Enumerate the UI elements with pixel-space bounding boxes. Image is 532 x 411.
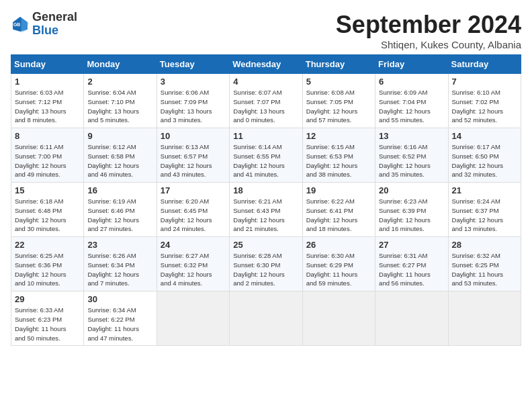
day-number: 13 xyxy=(379,131,444,141)
calendar-cell xyxy=(375,291,448,346)
weekday-header-friday: Friday xyxy=(375,55,448,74)
day-number: 21 xyxy=(452,185,517,195)
calendar-week-row: 29Sunrise: 6:33 AM Sunset: 6:23 PM Dayli… xyxy=(11,291,521,346)
logo-general-text: General xyxy=(32,10,77,24)
calendar-cell: 4Sunrise: 6:07 AM Sunset: 7:07 PM Daylig… xyxy=(230,74,302,128)
title-section: September 2024 Shtiqen, Kukes County, Al… xyxy=(336,11,521,50)
calendar-table: SundayMondayTuesdayWednesdayThursdayFrid… xyxy=(11,54,521,346)
day-number: 17 xyxy=(161,185,226,195)
calendar-cell: 6Sunrise: 6:09 AM Sunset: 7:04 PM Daylig… xyxy=(375,74,448,128)
day-info: Sunrise: 6:34 AM Sunset: 6:22 PM Dayligh… xyxy=(87,306,152,342)
calendar-cell xyxy=(230,291,302,346)
calendar-cell: 20Sunrise: 6:23 AM Sunset: 6:39 PM Dayli… xyxy=(375,183,448,237)
calendar-cell: 5Sunrise: 6:08 AM Sunset: 7:05 PM Daylig… xyxy=(302,74,375,128)
day-info: Sunrise: 6:06 AM Sunset: 7:09 PM Dayligh… xyxy=(161,88,226,125)
day-number: 15 xyxy=(15,185,80,195)
day-info: Sunrise: 6:31 AM Sunset: 6:27 PM Dayligh… xyxy=(379,251,444,288)
day-info: Sunrise: 6:24 AM Sunset: 6:37 PM Dayligh… xyxy=(452,197,517,234)
day-number: 18 xyxy=(233,185,298,195)
calendar-cell xyxy=(302,291,375,346)
calendar-cell: 22Sunrise: 6:25 AM Sunset: 6:36 PM Dayli… xyxy=(11,237,84,291)
calendar-cell: 18Sunrise: 6:21 AM Sunset: 6:43 PM Dayli… xyxy=(230,183,302,237)
day-info: Sunrise: 6:25 AM Sunset: 6:36 PM Dayligh… xyxy=(15,251,80,288)
day-info: Sunrise: 6:07 AM Sunset: 7:07 PM Dayligh… xyxy=(233,88,298,125)
calendar-week-row: 8Sunrise: 6:11 AM Sunset: 7:00 PM Daylig… xyxy=(11,128,521,183)
calendar-week-row: 15Sunrise: 6:18 AM Sunset: 6:48 PM Dayli… xyxy=(11,183,521,237)
logo-blue-text: Blue xyxy=(32,24,58,37)
day-number: 10 xyxy=(161,131,226,141)
day-info: Sunrise: 6:22 AM Sunset: 6:41 PM Dayligh… xyxy=(306,197,371,234)
day-info: Sunrise: 6:03 AM Sunset: 7:12 PM Dayligh… xyxy=(15,88,80,125)
day-info: Sunrise: 6:17 AM Sunset: 6:50 PM Dayligh… xyxy=(452,142,517,179)
svg-text:GB: GB xyxy=(13,22,21,27)
weekday-header-monday: Monday xyxy=(84,55,157,74)
calendar-cell: 24Sunrise: 6:27 AM Sunset: 6:32 PM Dayli… xyxy=(157,237,229,291)
day-number: 7 xyxy=(452,77,517,87)
calendar-cell: 25Sunrise: 6:28 AM Sunset: 6:30 PM Dayli… xyxy=(230,237,302,291)
calendar-cell xyxy=(157,291,229,346)
calendar-cell: 11Sunrise: 6:14 AM Sunset: 6:55 PM Dayli… xyxy=(230,128,302,183)
day-number: 14 xyxy=(452,131,517,141)
calendar-week-row: 22Sunrise: 6:25 AM Sunset: 6:36 PM Dayli… xyxy=(11,237,521,291)
day-number: 11 xyxy=(233,131,298,141)
weekday-header-thursday: Thursday xyxy=(302,55,375,74)
day-info: Sunrise: 6:04 AM Sunset: 7:10 PM Dayligh… xyxy=(87,88,152,125)
day-number: 26 xyxy=(306,240,371,250)
calendar-cell: 14Sunrise: 6:17 AM Sunset: 6:50 PM Dayli… xyxy=(448,128,521,183)
page-header: GB General Blue September 2024 Shtiqen, … xyxy=(11,11,521,50)
svg-marker-1 xyxy=(21,17,29,32)
calendar-cell: 1Sunrise: 6:03 AM Sunset: 7:12 PM Daylig… xyxy=(11,74,84,128)
calendar-cell: 2Sunrise: 6:04 AM Sunset: 7:10 PM Daylig… xyxy=(84,74,157,128)
day-number: 29 xyxy=(15,294,80,304)
day-number: 6 xyxy=(379,77,444,87)
day-info: Sunrise: 6:32 AM Sunset: 6:25 PM Dayligh… xyxy=(452,251,517,288)
weekday-header-wednesday: Wednesday xyxy=(230,55,302,74)
calendar-cell: 7Sunrise: 6:10 AM Sunset: 7:02 PM Daylig… xyxy=(448,74,521,128)
day-number: 1 xyxy=(15,77,80,87)
calendar-cell: 16Sunrise: 6:19 AM Sunset: 6:46 PM Dayli… xyxy=(84,183,157,237)
day-info: Sunrise: 6:23 AM Sunset: 6:39 PM Dayligh… xyxy=(379,197,444,234)
calendar-cell: 8Sunrise: 6:11 AM Sunset: 7:00 PM Daylig… xyxy=(11,128,84,183)
logo-icon: GB xyxy=(11,15,30,34)
calendar-week-row: 1Sunrise: 6:03 AM Sunset: 7:12 PM Daylig… xyxy=(11,74,521,128)
calendar-cell: 27Sunrise: 6:31 AM Sunset: 6:27 PM Dayli… xyxy=(375,237,448,291)
calendar-cell: 17Sunrise: 6:20 AM Sunset: 6:45 PM Dayli… xyxy=(157,183,229,237)
day-number: 24 xyxy=(161,240,226,250)
day-number: 23 xyxy=(87,240,152,250)
location-subtitle: Shtiqen, Kukes County, Albania xyxy=(336,39,521,50)
day-info: Sunrise: 6:33 AM Sunset: 6:23 PM Dayligh… xyxy=(15,306,80,342)
day-number: 16 xyxy=(87,185,152,195)
calendar-cell: 9Sunrise: 6:12 AM Sunset: 6:58 PM Daylig… xyxy=(84,128,157,183)
weekday-header-sunday: Sunday xyxy=(11,55,84,74)
day-number: 22 xyxy=(15,240,80,250)
calendar-cell: 23Sunrise: 6:26 AM Sunset: 6:34 PM Dayli… xyxy=(84,237,157,291)
day-number: 28 xyxy=(452,240,517,250)
calendar-cell xyxy=(448,291,521,346)
calendar-cell: 30Sunrise: 6:34 AM Sunset: 6:22 PM Dayli… xyxy=(84,291,157,346)
day-number: 19 xyxy=(306,185,371,195)
day-number: 12 xyxy=(306,131,371,141)
day-number: 4 xyxy=(233,77,298,87)
day-info: Sunrise: 6:26 AM Sunset: 6:34 PM Dayligh… xyxy=(87,251,152,288)
day-info: Sunrise: 6:13 AM Sunset: 6:57 PM Dayligh… xyxy=(161,142,226,179)
day-number: 3 xyxy=(161,77,226,87)
calendar-header-row: SundayMondayTuesdayWednesdayThursdayFrid… xyxy=(11,55,521,74)
day-info: Sunrise: 6:27 AM Sunset: 6:32 PM Dayligh… xyxy=(161,251,226,288)
day-number: 8 xyxy=(15,131,80,141)
day-info: Sunrise: 6:15 AM Sunset: 6:53 PM Dayligh… xyxy=(306,142,371,179)
calendar-cell: 21Sunrise: 6:24 AM Sunset: 6:37 PM Dayli… xyxy=(448,183,521,237)
calendar-cell: 19Sunrise: 6:22 AM Sunset: 6:41 PM Dayli… xyxy=(302,183,375,237)
day-info: Sunrise: 6:28 AM Sunset: 6:30 PM Dayligh… xyxy=(233,251,298,288)
day-info: Sunrise: 6:12 AM Sunset: 6:58 PM Dayligh… xyxy=(87,142,152,179)
weekday-header-saturday: Saturday xyxy=(448,55,521,74)
day-info: Sunrise: 6:08 AM Sunset: 7:05 PM Dayligh… xyxy=(306,88,371,125)
day-number: 2 xyxy=(87,77,152,87)
month-title: September 2024 xyxy=(336,11,521,39)
day-number: 27 xyxy=(379,240,444,250)
weekday-header-tuesday: Tuesday xyxy=(157,55,229,74)
day-info: Sunrise: 6:19 AM Sunset: 6:46 PM Dayligh… xyxy=(87,197,152,234)
day-info: Sunrise: 6:16 AM Sunset: 6:52 PM Dayligh… xyxy=(379,142,444,179)
calendar-cell: 13Sunrise: 6:16 AM Sunset: 6:52 PM Dayli… xyxy=(375,128,448,183)
day-number: 5 xyxy=(306,77,371,87)
calendar-cell: 28Sunrise: 6:32 AM Sunset: 6:25 PM Dayli… xyxy=(448,237,521,291)
